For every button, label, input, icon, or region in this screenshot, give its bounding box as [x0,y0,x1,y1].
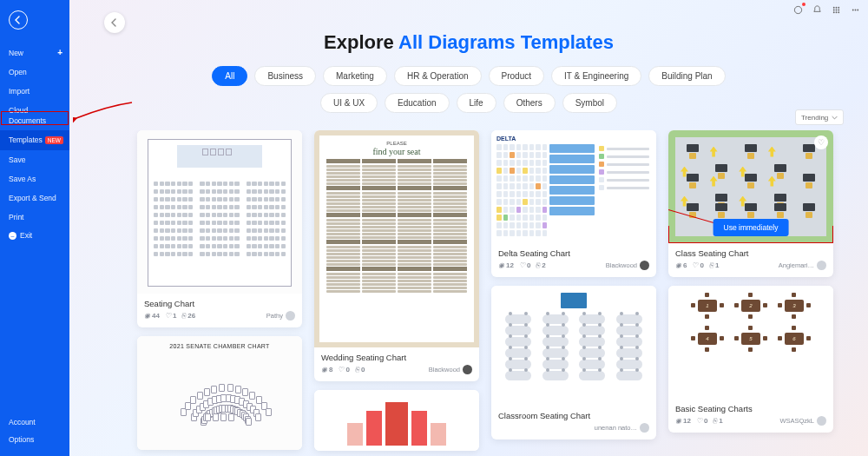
eye-icon: ◉ [675,417,681,425]
heart-icon: ♡ [519,261,525,269]
heart-icon: ♡ [692,261,698,269]
svg-point-1 [832,6,834,8]
title-accent: All Diagrams Templates [398,31,614,53]
sidebar-item-label: Cloud Documents [9,105,62,126]
template-card-class-seating[interactable]: ♡ Use immediately Class Seating Chart ◉6… [668,130,833,277]
sidebar-item-export-send[interactable]: Export & Send [0,188,69,208]
template-card-basic-seating[interactable]: 123456 Basic Seating Charts ◉12 ♡0 ⎘1 WS… [668,286,833,433]
category-education[interactable]: Education [385,93,449,113]
eye-icon: ◉ [498,261,504,269]
sidebar-item-templates[interactable]: TemplatesNEW [0,130,69,150]
svg-point-3 [838,6,839,8]
avatar [640,423,649,433]
template-stats: ◉6 ♡0 ⎘1 [675,261,719,269]
copy-icon: ⎘ [713,417,717,425]
apps-icon[interactable] [830,3,842,16]
sidebar-item-save[interactable]: Save [0,150,69,169]
svg-point-10 [852,9,853,10]
sidebar-item-save-as[interactable]: Save As [0,169,69,188]
heart-icon: ♡ [165,312,171,320]
template-title: Delta Seating Chart [498,248,649,258]
template-title: Basic Seating Charts [675,404,826,413]
notifications-icon[interactable] [792,3,804,16]
copy-icon: ⎘ [709,261,713,269]
template-title: Seating Chart [144,299,295,308]
plus-icon: + [57,48,62,58]
template-title: Wedding Seating Chart [321,353,472,362]
category-life[interactable]: Life [457,93,496,113]
category-others[interactable]: Others [503,93,556,113]
svg-point-9 [838,11,839,13]
sort-dropdown[interactable]: Trending [795,109,844,125]
template-author: Blackwood [606,261,649,270]
top-toolbar [792,3,861,16]
title-plain: Explore [324,31,398,53]
svg-point-12 [857,9,858,10]
template-thumbnail: 123456 [668,286,833,399]
svg-point-8 [835,11,837,13]
template-author: Pathy [266,311,295,321]
sidebar-menu: New + Open Import Cloud Documents Templa… [0,43,69,244]
main-panel: Explore All Diagrams Templates All Busin… [69,0,868,456]
svg-point-6 [838,9,839,10]
category-hr-operation[interactable]: HR & Operation [394,66,482,86]
sidebar-item-label: Export & Send [9,193,56,203]
category-business[interactable]: Business [254,66,316,86]
new-badge: NEW [45,136,63,144]
category-product[interactable]: Product [489,66,544,86]
exit-icon: – [9,232,16,240]
sidebar-item-new[interactable]: New + [0,43,69,63]
template-card-seating[interactable]: /*rows generated below by cloning*/ Seat… [137,130,302,327]
template-thumbnail: PLEASE find your seat [314,130,479,347]
sidebar-item-print[interactable]: Print [0,208,69,227]
back-button[interactable] [9,10,28,30]
template-card-delta[interactable]: DELTA [491,130,656,277]
thumb-script: find your seat [326,147,467,156]
template-title: Classroom Seating Chart [498,411,649,420]
heart-icon: ♡ [338,366,344,373]
template-thumbnail: 2021 SENATE CHAMBER CHART [137,336,302,450]
template-author: Blackwood [429,365,472,374]
template-card-senate[interactable]: 2021 SENATE CHAMBER CHART [137,336,302,450]
template-card-classroom[interactable]: Classroom Seating Chart unenan nato… [491,286,656,439]
thumb-title: 2021 SENATE CHAMBER CHART [144,343,295,349]
page-back-button[interactable] [104,12,125,33]
category-all[interactable]: All [212,66,247,86]
category-it-engineering[interactable]: IT & Engineering [551,66,641,86]
category-ui-ux[interactable]: UI & UX [320,93,378,113]
sidebar-item-label: Save As [9,174,36,184]
svg-point-2 [835,6,837,8]
avatar [817,261,826,270]
template-stats: ◉44 ♡1 ⎘26 [144,312,195,320]
sidebar-item-import[interactable]: Import [0,82,69,101]
template-thumbnail [314,390,479,451]
category-marketing[interactable]: Marketing [323,66,387,86]
copy-icon: ⎘ [536,261,540,269]
template-stats: ◉12 ♡0 ⎘2 [498,261,546,269]
sidebar-item-label: Import [9,86,30,96]
template-title: Class Seating Chart [675,248,826,258]
eye-icon: ◉ [675,261,681,269]
sidebar-item-open[interactable]: Open [0,63,69,82]
avatar [817,416,826,426]
bell-icon[interactable] [811,3,823,16]
thumb-title: DELTA [496,135,651,142]
sidebar-item-cloud-documents[interactable]: Cloud Documents [0,101,69,130]
template-card-wedding[interactable]: PLEASE find your seat Wedding Seating Ch… [314,130,479,381]
sidebar-item-exit[interactable]: – Exit [0,227,69,244]
template-thumbnail: /*rows generated below by cloning*/ [137,130,302,294]
sidebar-item-options[interactable]: Options [9,435,69,444]
sidebar-item-label: Templates [9,135,43,144]
category-building-plan[interactable]: Building Plan [648,66,725,86]
category-symbol[interactable]: Symbol [562,93,617,113]
svg-point-5 [835,9,837,10]
template-thumbnail: ♡ Use immediately [668,130,833,243]
more-icon[interactable] [849,3,861,16]
use-immediately-button[interactable]: Use immediately [713,219,789,236]
sidebar-item-account[interactable]: Account [9,418,69,426]
favorite-button[interactable]: ♡ [814,135,828,149]
svg-point-4 [832,9,834,10]
category-row-1: All Business Marketing HR & Operation Pr… [69,66,868,86]
template-card-stage[interactable] [314,390,479,451]
sort-label: Trending [801,114,828,122]
